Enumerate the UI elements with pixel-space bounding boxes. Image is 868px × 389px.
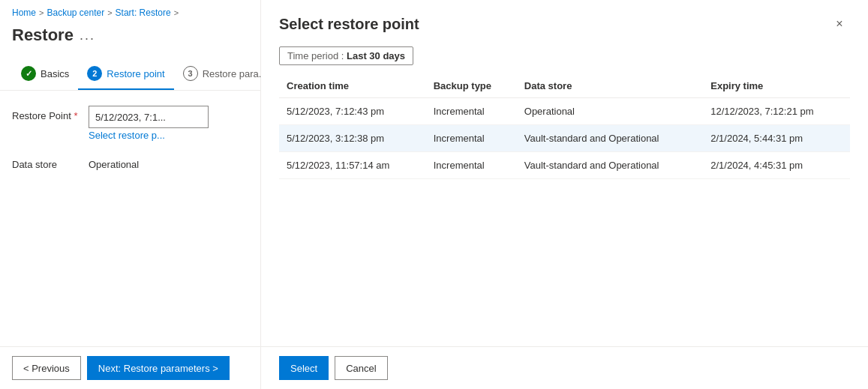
step-basics-label: Basics — [41, 68, 69, 79]
breadcrumb-home[interactable]: Home — [12, 7, 36, 18]
table-header-row: Creation time Backup type Data store Exp… — [279, 74, 850, 98]
step-restore-point-circle: 2 — [87, 66, 102, 81]
page-title: Restore — [12, 25, 74, 45]
select-button[interactable]: Select — [279, 356, 329, 380]
left-bottom-buttons: < Previous Next: Restore parameters > — [0, 346, 260, 389]
cell-creation-time: 5/12/2023, 3:12:38 pm — [279, 125, 426, 152]
left-panel: Home > Backup center > Start: Restore > … — [0, 0, 261, 389]
close-button[interactable]: × — [829, 13, 850, 34]
table-row[interactable]: 5/12/2023, 3:12:38 pm Incremental Vault-… — [279, 125, 850, 152]
step-restore-point[interactable]: 2 Restore point — [78, 60, 173, 90]
cancel-button[interactable]: Cancel — [335, 356, 387, 380]
previous-button[interactable]: < Previous — [12, 356, 81, 380]
cell-expiry-time: 2/1/2024, 4:45:31 pm — [703, 152, 850, 179]
step-restore-params-label: Restore para... — [203, 68, 267, 79]
cell-data-store: Operational — [517, 98, 703, 125]
select-restore-point-link[interactable]: Select restore p... — [89, 130, 209, 141]
breadcrumb-backup-center[interactable]: Backup center — [47, 7, 104, 18]
step-restore-params-circle: 3 — [183, 66, 198, 81]
step-restore-point-label: Restore point — [107, 68, 164, 79]
table-row[interactable]: 5/12/2023, 7:12:43 pm Incremental Operat… — [279, 98, 850, 125]
steps-row: ✓ Basics 2 Restore point 3 Restore para.… — [0, 54, 260, 91]
restore-point-input[interactable]: 5/12/2023, 7:1... — [89, 106, 209, 128]
table-container: Creation time Backup type Data store Exp… — [261, 74, 868, 346]
filter-row: Time period : Last 30 days — [261, 43, 868, 74]
step-basics-circle: ✓ — [21, 66, 36, 81]
breadcrumb-sep-2: > — [107, 8, 112, 17]
breadcrumb: Home > Backup center > Start: Restore > — [0, 0, 260, 22]
restore-points-table: Creation time Backup type Data store Exp… — [279, 74, 850, 179]
filter-value: Last 30 days — [347, 50, 405, 61]
cell-backup-type: Incremental — [426, 125, 517, 152]
col-creation-time: Creation time — [279, 74, 426, 98]
restore-point-value-col: 5/12/2023, 7:1... Select restore p... — [89, 106, 209, 141]
modal-footer: Select Cancel — [261, 346, 868, 389]
cell-expiry-time: 2/1/2024, 5:44:31 pm — [703, 125, 850, 152]
cell-backup-type: Incremental — [426, 152, 517, 179]
cell-creation-time: 5/12/2023, 7:12:43 pm — [279, 98, 426, 125]
page-title-row: Restore ... — [0, 22, 260, 54]
col-backup-type: Backup type — [426, 74, 517, 98]
breadcrumb-sep-1: > — [39, 8, 44, 17]
cell-data-store: Vault-standard and Operational — [517, 125, 703, 152]
modal-title: Select restore point — [279, 16, 419, 33]
restore-point-label: Restore Point * — [12, 106, 80, 121]
cell-data-store: Vault-standard and Operational — [517, 152, 703, 179]
step-basics[interactable]: ✓ Basics — [12, 60, 78, 90]
page-title-menu[interactable]: ... — [80, 28, 95, 43]
breadcrumb-sep-3: > — [174, 8, 179, 17]
filter-key: Time period : — [287, 50, 347, 61]
col-expiry-time: Expiry time — [703, 74, 850, 98]
table-row[interactable]: 5/12/2023, 11:57:14 am Incremental Vault… — [279, 152, 850, 179]
form-area: Restore Point * 5/12/2023, 7:1... Select… — [0, 91, 260, 346]
col-data-store: Data store — [517, 74, 703, 98]
modal-header: Select restore point × — [261, 0, 868, 43]
right-panel: Select restore point × Time period : Las… — [261, 0, 868, 389]
data-store-row: Data store Operational — [12, 154, 248, 170]
restore-point-row: Restore Point * 5/12/2023, 7:1... Select… — [12, 106, 248, 141]
data-store-label: Data store — [12, 154, 80, 170]
cell-expiry-time: 12/12/2023, 7:12:21 pm — [703, 98, 850, 125]
cell-creation-time: 5/12/2023, 11:57:14 am — [279, 152, 426, 179]
next-button[interactable]: Next: Restore parameters > — [87, 356, 230, 380]
data-store-value: Operational — [89, 154, 139, 170]
breadcrumb-start-restore[interactable]: Start: Restore — [116, 7, 171, 18]
cell-backup-type: Incremental — [426, 98, 517, 125]
filter-badge[interactable]: Time period : Last 30 days — [279, 46, 413, 65]
